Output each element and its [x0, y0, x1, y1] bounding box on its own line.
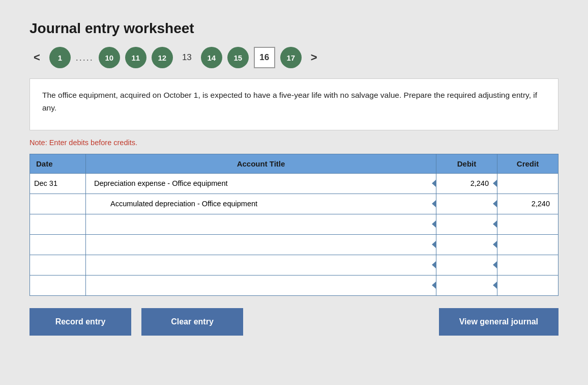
- view-general-journal-button[interactable]: View general journal: [439, 308, 558, 336]
- clear-entry-button[interactable]: Clear entry: [141, 308, 243, 336]
- input-credit-0[interactable]: [502, 174, 554, 194]
- cell-account-3[interactable]: [86, 234, 436, 255]
- col-header-account: Account Title: [86, 154, 436, 173]
- cell-account-4[interactable]: [86, 255, 436, 275]
- input-debit-2[interactable]: [440, 214, 493, 234]
- input-credit-2[interactable]: [502, 214, 554, 234]
- nav-step-16-active[interactable]: 16: [254, 47, 275, 68]
- nav-step-14[interactable]: 14: [201, 47, 222, 68]
- nav-step-1[interactable]: 1: [49, 47, 71, 68]
- note-text: Note: Enter debits before credits.: [30, 139, 558, 147]
- nav-prev-arrow[interactable]: <: [30, 49, 44, 66]
- main-container: Journal entry worksheet < 1 ..... 10 11 …: [14, 10, 574, 346]
- page-title: Journal entry worksheet: [30, 20, 558, 37]
- cell-credit-5[interactable]: [497, 275, 558, 295]
- input-credit-3[interactable]: [502, 235, 554, 255]
- input-date-1[interactable]: [30, 194, 85, 214]
- cell-debit-1[interactable]: [436, 194, 497, 214]
- table-row: [30, 173, 558, 194]
- input-debit-0[interactable]: [440, 174, 493, 194]
- input-account-2[interactable]: [90, 214, 432, 234]
- cell-debit-4[interactable]: [436, 255, 497, 275]
- cell-date-4[interactable]: [30, 255, 86, 275]
- input-date-4[interactable]: [30, 255, 85, 275]
- input-account-0[interactable]: [90, 174, 432, 194]
- nav-dots: .....: [76, 52, 94, 63]
- cell-account-0[interactable]: [86, 173, 436, 194]
- cell-account-1[interactable]: [86, 194, 436, 214]
- input-credit-4[interactable]: [502, 255, 554, 275]
- cell-debit-3[interactable]: [436, 234, 497, 255]
- prompt-text: The office equipment, acquired on Octobe…: [42, 91, 537, 112]
- input-debit-5[interactable]: [440, 276, 493, 295]
- cell-date-1[interactable]: [30, 194, 86, 214]
- nav-row: < 1 ..... 10 11 12 13 14 15 16 17 >: [30, 47, 558, 68]
- input-credit-5[interactable]: [502, 276, 554, 295]
- record-entry-button[interactable]: Record entry: [30, 308, 131, 336]
- nav-step-17[interactable]: 17: [280, 47, 302, 68]
- input-account-1[interactable]: [106, 194, 432, 214]
- cell-debit-2[interactable]: [436, 214, 497, 234]
- input-account-3[interactable]: [90, 235, 432, 255]
- nav-next-arrow[interactable]: >: [307, 49, 321, 66]
- nav-step-13[interactable]: 13: [178, 50, 196, 65]
- col-header-debit: Debit: [436, 154, 497, 173]
- cell-debit-0[interactable]: [436, 173, 497, 194]
- cell-credit-3[interactable]: [497, 234, 558, 255]
- nav-step-15[interactable]: 15: [227, 47, 249, 68]
- input-debit-4[interactable]: [440, 255, 493, 275]
- cell-credit-0[interactable]: [497, 173, 558, 194]
- cell-date-3[interactable]: [30, 234, 86, 255]
- input-date-3[interactable]: [30, 235, 85, 255]
- table-row: [30, 255, 558, 275]
- input-account-4[interactable]: [90, 255, 432, 275]
- nav-step-11[interactable]: 11: [125, 47, 146, 68]
- cell-credit-2[interactable]: [497, 214, 558, 234]
- input-date-0[interactable]: [30, 174, 85, 194]
- col-header-credit: Credit: [497, 154, 558, 173]
- cell-date-5[interactable]: [30, 275, 86, 295]
- input-debit-1[interactable]: [440, 194, 493, 214]
- input-debit-3[interactable]: [440, 235, 493, 255]
- input-date-5[interactable]: [30, 276, 85, 295]
- cell-account-5[interactable]: [86, 275, 436, 295]
- table-row: [30, 275, 558, 295]
- table-row: [30, 194, 558, 214]
- table-row: [30, 234, 558, 255]
- input-date-2[interactable]: [30, 214, 85, 234]
- prompt-box: The office equipment, acquired on Octobe…: [30, 78, 558, 130]
- button-row: Record entry Clear entry View general jo…: [30, 308, 558, 336]
- cell-date-2[interactable]: [30, 214, 86, 234]
- col-header-date: Date: [30, 154, 86, 173]
- cell-date-0[interactable]: [30, 173, 86, 194]
- input-credit-1[interactable]: [502, 194, 554, 214]
- table-row: [30, 214, 558, 234]
- cell-credit-4[interactable]: [497, 255, 558, 275]
- cell-account-2[interactable]: [86, 214, 436, 234]
- nav-step-10[interactable]: 10: [99, 47, 120, 68]
- cell-debit-5[interactable]: [436, 275, 497, 295]
- input-account-5[interactable]: [90, 276, 432, 295]
- cell-credit-1[interactable]: [497, 194, 558, 214]
- journal-table: Date Account Title Debit Credit: [30, 154, 558, 296]
- nav-step-12[interactable]: 12: [152, 47, 173, 68]
